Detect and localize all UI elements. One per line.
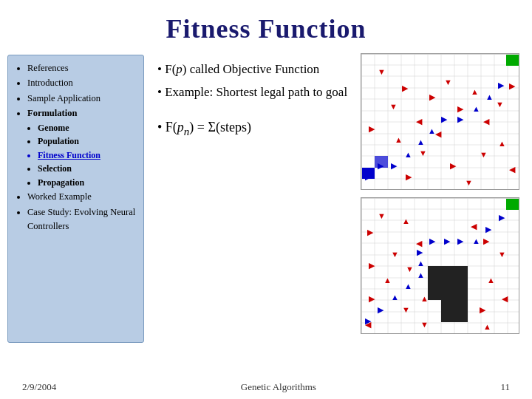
sidebar-item-references[interactable]: References <box>27 61 136 75</box>
svg-text:▲: ▲ <box>487 276 495 284</box>
sidebar-item-case-study[interactable]: Case Study: Evolving Neural Controllers <box>27 205 136 234</box>
bullet-point-2: • Example: Shortest legal path to goal <box>157 82 349 102</box>
svg-text:▼: ▼ <box>496 100 504 109</box>
svg-text:▶: ▶ <box>441 115 448 123</box>
sidebar-item-introduction[interactable]: Introduction <box>27 76 136 90</box>
svg-text:▶: ▶ <box>480 305 486 314</box>
footer-title: Genetic Algorithms <box>56 381 500 393</box>
svg-text:▶: ▶ <box>378 161 384 170</box>
sidebar-item-formulation[interactable]: Formulation Genome Population Fitness Fu… <box>27 106 136 189</box>
svg-text:▲: ▲ <box>391 293 399 301</box>
svg-text:▶: ▶ <box>367 228 374 236</box>
sidebar-subitem-genome[interactable]: Genome <box>38 121 136 135</box>
svg-text:▼: ▼ <box>419 149 427 157</box>
svg-rect-82 <box>428 266 468 300</box>
svg-text:▶: ▶ <box>406 172 412 181</box>
grid-bottom: ▼ ▶ ▲ ◀ ▼ ▶ ▲ ▼ ◀ ▶ ▼ ▲ ◀ ▶ ▼ ▲ ▶ ◀ ▼ ▲ … <box>361 197 519 334</box>
svg-text:▶: ▶ <box>402 83 409 92</box>
grid-top: ▼ ▶ ▼ ◀ ▶ ▼ ▶ ▲ ◀ ▼ ▶ ▶ ▲ ▼ ◀ ▶ ▼ ▲ ◀ ▶ … <box>361 53 519 190</box>
svg-text:▼: ▼ <box>391 250 399 259</box>
sidebar-item-sample-application[interactable]: Sample Application <box>27 92 136 106</box>
svg-text:▼: ▼ <box>480 150 488 159</box>
svg-text:▼: ▼ <box>378 211 386 220</box>
svg-text:▶: ▶ <box>499 213 505 222</box>
footer: 2/9/2004 Genetic Algorithms 11 <box>0 381 532 393</box>
svg-text:▲: ▲ <box>420 294 429 303</box>
svg-text:▶: ▶ <box>365 172 372 181</box>
svg-text:▶: ▶ <box>444 236 451 245</box>
svg-text:▶: ▶ <box>417 248 423 256</box>
svg-text:▶: ▶ <box>391 161 398 170</box>
svg-text:▼: ▼ <box>444 78 452 86</box>
svg-text:▶: ▶ <box>509 81 516 90</box>
footer-page: 11 <box>500 381 510 393</box>
svg-text:◀: ◀ <box>435 129 442 138</box>
svg-text:◀: ◀ <box>471 222 477 231</box>
bullet-point-1: • F(p) called Objective Function <box>157 59 349 79</box>
svg-text:▶: ▶ <box>378 305 384 314</box>
sidebar: References Introduction Sample Applicati… <box>7 55 144 343</box>
svg-text:▶: ▶ <box>429 92 436 101</box>
svg-text:▶: ▶ <box>429 236 436 245</box>
svg-text:▶: ▶ <box>365 316 372 325</box>
svg-text:◀: ◀ <box>509 165 516 174</box>
formula: • F(pn) = Σ(steps) <box>157 120 349 138</box>
sidebar-subitem-fitness-function[interactable]: Fitness Function <box>38 149 136 163</box>
svg-text:▶: ▶ <box>369 261 375 270</box>
svg-text:▼: ▼ <box>378 67 386 76</box>
svg-text:▶: ▶ <box>450 161 457 170</box>
svg-text:▲: ▲ <box>395 135 403 144</box>
svg-text:▼: ▼ <box>406 265 414 273</box>
svg-text:▼: ▼ <box>389 102 398 111</box>
svg-text:▲: ▲ <box>417 259 425 267</box>
slide-title: Fitness Function <box>0 0 532 52</box>
svg-rect-23 <box>506 55 519 66</box>
svg-text:▲: ▲ <box>428 126 436 135</box>
svg-text:▲: ▲ <box>417 270 425 279</box>
svg-text:▼: ▼ <box>498 250 506 259</box>
svg-text:▲: ▲ <box>404 282 412 290</box>
svg-text:◀: ◀ <box>483 117 490 126</box>
sidebar-item-worked-example[interactable]: Worked Example <box>27 190 136 204</box>
sidebar-subitem-propagation[interactable]: Propagation <box>38 176 136 190</box>
svg-text:▼: ▼ <box>420 320 429 329</box>
svg-text:▲: ▲ <box>472 236 480 245</box>
svg-text:▼: ▼ <box>402 305 410 314</box>
svg-text:▼: ▼ <box>465 178 473 187</box>
svg-text:▲: ▲ <box>471 87 479 96</box>
svg-text:▶: ▶ <box>485 225 492 233</box>
svg-text:▲: ▲ <box>383 276 392 284</box>
svg-text:▶: ▶ <box>457 115 464 123</box>
right-grids: ▼ ▶ ▼ ◀ ▶ ▼ ▶ ▲ ◀ ▼ ▶ ▶ ▲ ▼ ◀ ▶ ▼ ▲ ◀ ▶ … <box>355 52 525 369</box>
svg-text:▶: ▶ <box>483 236 490 245</box>
footer-date: 2/9/2004 <box>22 381 56 393</box>
svg-text:▲: ▲ <box>417 137 425 146</box>
sidebar-subitem-population[interactable]: Population <box>38 134 136 149</box>
svg-text:▶: ▶ <box>457 104 464 113</box>
svg-text:▶: ▶ <box>457 236 464 245</box>
sidebar-subitem-selection[interactable]: Selection <box>38 162 136 176</box>
svg-text:▶: ▶ <box>369 124 375 133</box>
svg-text:◀: ◀ <box>502 294 508 303</box>
svg-text:◀: ◀ <box>416 117 423 126</box>
svg-text:▶: ▶ <box>498 81 505 89</box>
svg-text:◀: ◀ <box>416 239 423 248</box>
svg-text:▲: ▲ <box>498 139 506 148</box>
svg-rect-81 <box>506 199 519 210</box>
svg-text:▲: ▲ <box>485 92 494 101</box>
svg-rect-83 <box>441 300 468 322</box>
svg-text:▲: ▲ <box>483 322 491 331</box>
center-content: • F(p) called Objective Function • Examp… <box>151 52 355 369</box>
svg-text:▲: ▲ <box>472 104 480 113</box>
svg-text:▶: ▶ <box>369 294 375 303</box>
svg-text:▲: ▲ <box>402 216 410 225</box>
svg-text:▲: ▲ <box>404 150 412 159</box>
